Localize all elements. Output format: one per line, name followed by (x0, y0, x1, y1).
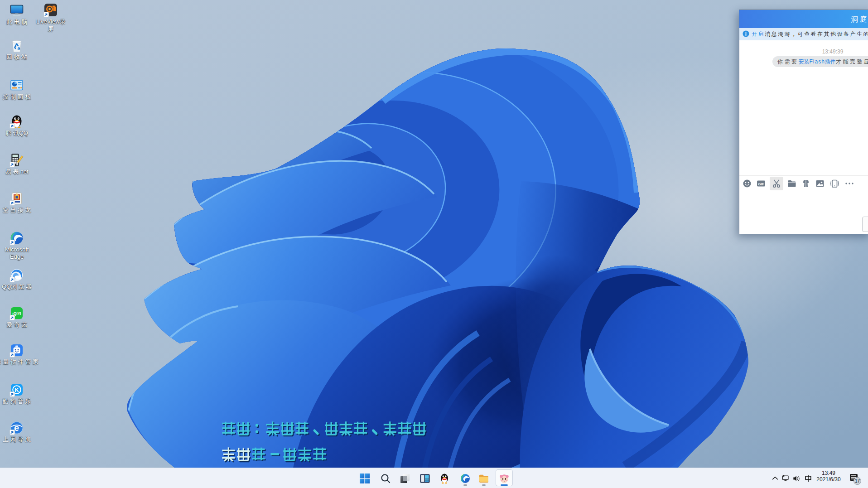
svg-text:GIF: GIF (758, 182, 764, 186)
svg-text:K: K (14, 387, 19, 393)
